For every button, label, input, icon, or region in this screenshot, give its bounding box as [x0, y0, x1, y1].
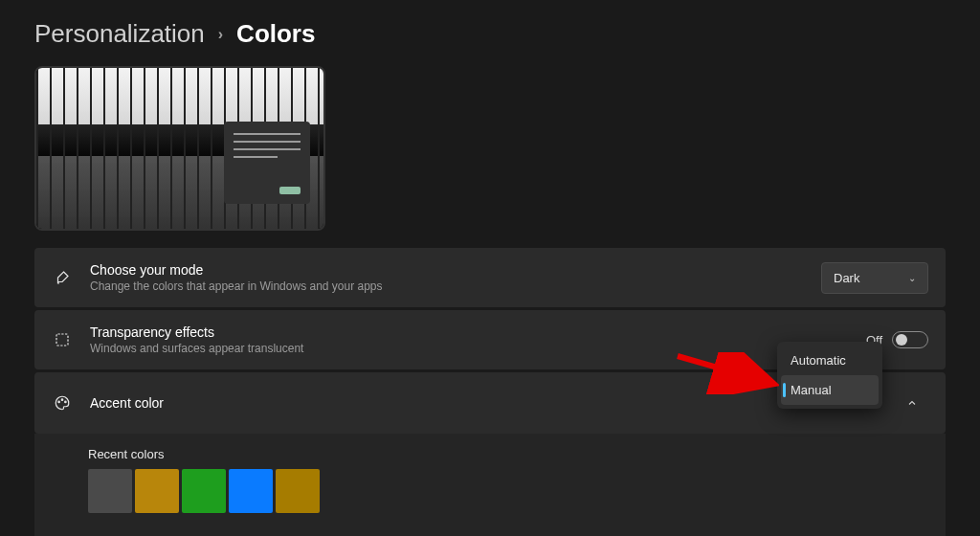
color-swatch[interactable] [229, 469, 273, 513]
breadcrumb-parent[interactable]: Personalization [34, 19, 205, 49]
row-title: Transparency effects [90, 324, 849, 340]
row-choose-mode: Choose your mode Change the colors that … [34, 248, 946, 307]
mode-dropdown-value: Dark [834, 271, 859, 285]
svg-point-1 [58, 401, 60, 403]
accent-option-automatic[interactable]: Automatic [781, 346, 879, 375]
row-subtitle: Windows and surfaces appear translucent [90, 342, 849, 355]
color-swatch[interactable] [276, 469, 320, 513]
svg-point-2 [61, 399, 63, 401]
row-accent-color: Accent color Automatic Manual [34, 372, 946, 434]
chevron-right-icon: › [218, 26, 223, 43]
row-title: Choose your mode [90, 262, 804, 278]
theme-preview [34, 66, 325, 231]
chevron-down-icon: ⌄ [908, 273, 916, 283]
transparency-icon [52, 329, 73, 350]
accent-option-manual[interactable]: Manual [781, 375, 879, 405]
mode-dropdown[interactable]: Dark ⌄ [821, 262, 928, 294]
color-swatch[interactable] [135, 469, 179, 513]
collapse-section-button[interactable] [896, 387, 928, 419]
page-title: Colors [236, 19, 315, 49]
preview-window [224, 122, 310, 204]
toggle-knob [896, 334, 907, 346]
transparency-toggle[interactable] [892, 331, 928, 348]
recent-colors-label: Recent colors [88, 447, 928, 461]
breadcrumb: Personalization › Colors [34, 19, 946, 49]
accent-color-dropdown-menu: Automatic Manual [777, 342, 882, 409]
palette-icon [52, 392, 73, 413]
svg-rect-0 [56, 334, 68, 346]
color-swatch[interactable] [182, 469, 226, 513]
svg-point-3 [65, 401, 67, 403]
color-swatch[interactable] [88, 469, 132, 513]
row-subtitle: Change the colors that appear in Windows… [90, 279, 804, 293]
brush-icon [52, 267, 73, 288]
row-title: Accent color [90, 395, 869, 411]
accent-subpanel: Recent colors [34, 434, 946, 536]
recent-colors-swatches [88, 469, 928, 513]
